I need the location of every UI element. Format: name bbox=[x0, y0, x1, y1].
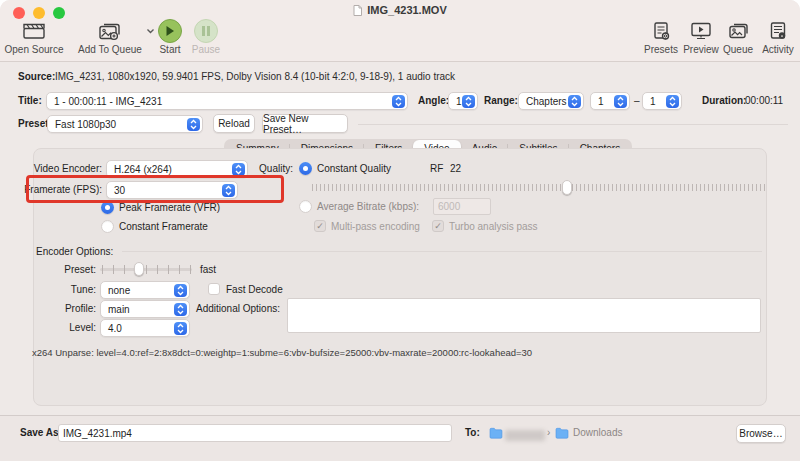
average-bitrate-input bbox=[433, 198, 491, 215]
open-source-label: Open Source bbox=[2, 44, 66, 55]
constant-quality-label: Constant Quality bbox=[317, 160, 391, 177]
video-encoder-select[interactable]: H.264 (x264) bbox=[106, 160, 248, 178]
fast-decode-checkbox[interactable] bbox=[208, 283, 220, 295]
preview-label: Preview bbox=[681, 44, 721, 55]
multipass-label: Multi-pass encoding bbox=[331, 218, 420, 235]
activity-icon bbox=[757, 17, 799, 44]
document-proxy-icon bbox=[353, 5, 362, 18]
start-play-icon bbox=[158, 19, 182, 43]
video-encoder-label: Video Encoder: bbox=[10, 160, 102, 177]
x264-unparse-text: x264 Unparse: level=4.0:ref=2:8x8dct=0:w… bbox=[32, 347, 772, 358]
title-select[interactable]: 1 - 00:00:11 - IMG_4231 bbox=[46, 92, 408, 110]
duration-label: Duration: bbox=[702, 92, 746, 109]
pause-button: Pause bbox=[187, 17, 225, 55]
presets-label: Presets bbox=[641, 44, 681, 55]
add-to-queue-button[interactable]: Add To Queue bbox=[77, 17, 143, 55]
start-button[interactable]: Start bbox=[152, 17, 188, 55]
presets-icon bbox=[641, 17, 681, 44]
peak-framerate-radio[interactable] bbox=[101, 201, 114, 214]
additional-options-label: Additional Options: bbox=[190, 300, 280, 317]
bottom-bar: Save As: To: › Downloads Browse… bbox=[0, 415, 800, 461]
range-mode-select[interactable]: Chapters bbox=[518, 92, 584, 110]
stepper-icon bbox=[187, 118, 200, 131]
toolbar: IMG_4231.MOV Open Source bbox=[0, 0, 800, 62]
framerate-label: Framerate (FPS): bbox=[6, 181, 102, 198]
fast-decode-label: Fast Decode bbox=[226, 281, 283, 298]
stepper-icon bbox=[392, 95, 405, 108]
quality-label: Quality: bbox=[243, 160, 293, 177]
add-to-queue-label: Add To Queue bbox=[77, 44, 143, 55]
x264-preset-slider[interactable] bbox=[100, 262, 192, 277]
duration-value: 00:00:11 bbox=[745, 92, 783, 109]
stepper-icon bbox=[174, 284, 187, 297]
save-new-preset-button[interactable]: Save New Preset… bbox=[262, 114, 348, 133]
angle-label: Angle: bbox=[418, 92, 449, 109]
turbo-checkbox: ✓ bbox=[432, 220, 444, 232]
additional-options-input[interactable] bbox=[287, 298, 761, 333]
preview-button[interactable]: Preview bbox=[681, 17, 721, 55]
chapter-from-select[interactable]: 1 bbox=[590, 92, 630, 110]
profile-select[interactable]: main bbox=[100, 300, 190, 318]
browse-button[interactable]: Browse… bbox=[736, 424, 786, 443]
queue-label: Queue bbox=[719, 44, 757, 55]
rf-label: RF bbox=[430, 160, 443, 177]
clapperboard-icon bbox=[2, 17, 66, 44]
stepper-icon bbox=[614, 95, 627, 108]
window-title: IMG_4231.MOV bbox=[0, 4, 800, 18]
presets-button[interactable]: Presets bbox=[641, 17, 681, 55]
home-folder-icon[interactable] bbox=[489, 427, 503, 441]
profile-label: Profile: bbox=[40, 300, 96, 317]
rf-value: 22 bbox=[450, 160, 461, 177]
average-bitrate-radio[interactable] bbox=[299, 200, 312, 213]
queue-button[interactable]: Queue bbox=[719, 17, 757, 55]
stepper-icon bbox=[222, 184, 235, 197]
range-dash: – bbox=[634, 92, 640, 109]
source-label: Source: bbox=[18, 71, 55, 82]
pause-label: Pause bbox=[187, 44, 225, 55]
constant-quality-radio[interactable] bbox=[299, 162, 312, 175]
x264-preset-value: fast bbox=[200, 261, 216, 278]
range-label: Range: bbox=[484, 92, 518, 109]
title-label: Title: bbox=[18, 92, 42, 109]
stepper-icon bbox=[568, 95, 581, 108]
stepper-icon bbox=[666, 95, 679, 108]
destination-folder-label: Downloads bbox=[573, 424, 622, 442]
to-label: To: bbox=[465, 424, 480, 442]
preview-icon bbox=[681, 17, 721, 44]
source-info: IMG_4231, 1080x1920, 59.9401 FPS, Dolby … bbox=[55, 71, 455, 82]
activity-label: Activity bbox=[757, 44, 799, 55]
constant-framerate-radio[interactable] bbox=[101, 220, 114, 233]
rf-quality-slider[interactable] bbox=[312, 180, 768, 195]
turbo-label: Turbo analysis pass bbox=[449, 218, 538, 235]
chapter-to-select[interactable]: 1 bbox=[642, 92, 682, 110]
queue-icon bbox=[719, 17, 757, 44]
save-as-label: Save As: bbox=[20, 424, 62, 442]
preset-select[interactable]: Fast 1080p30 bbox=[47, 115, 203, 133]
angle-select[interactable]: 1 bbox=[448, 92, 478, 110]
preset-slider-thumb[interactable] bbox=[134, 262, 144, 276]
constant-framerate-label: Constant Framerate bbox=[119, 218, 208, 235]
start-label: Start bbox=[152, 44, 188, 55]
average-bitrate-label: Average Bitrate (kbps): bbox=[317, 198, 419, 215]
path-chevron-icon: › bbox=[547, 424, 550, 442]
stepper-icon bbox=[174, 303, 187, 316]
peak-framerate-label: Peak Framerate (VFR) bbox=[119, 199, 220, 216]
save-as-input[interactable] bbox=[58, 424, 452, 442]
framerate-select[interactable]: 30 bbox=[106, 181, 238, 199]
preset-row-divider bbox=[358, 124, 788, 125]
encoder-options-divider bbox=[122, 251, 762, 252]
redacted-folder-name bbox=[505, 430, 545, 441]
open-source-button[interactable]: Open Source bbox=[2, 17, 66, 55]
tune-label: Tune: bbox=[40, 281, 96, 298]
level-select[interactable]: 4.0 bbox=[100, 319, 190, 337]
stepper-icon bbox=[462, 95, 475, 108]
add-to-queue-icon bbox=[77, 17, 143, 44]
tune-select[interactable]: none bbox=[100, 281, 190, 299]
reload-button[interactable]: Reload bbox=[213, 114, 255, 133]
rf-slider-thumb[interactable] bbox=[562, 180, 572, 195]
activity-button[interactable]: Activity bbox=[757, 17, 799, 55]
pause-icon bbox=[194, 19, 218, 43]
downloads-folder-icon[interactable] bbox=[555, 427, 569, 441]
stepper-icon bbox=[174, 322, 187, 335]
encoder-options-label: Encoder Options: bbox=[36, 243, 113, 260]
